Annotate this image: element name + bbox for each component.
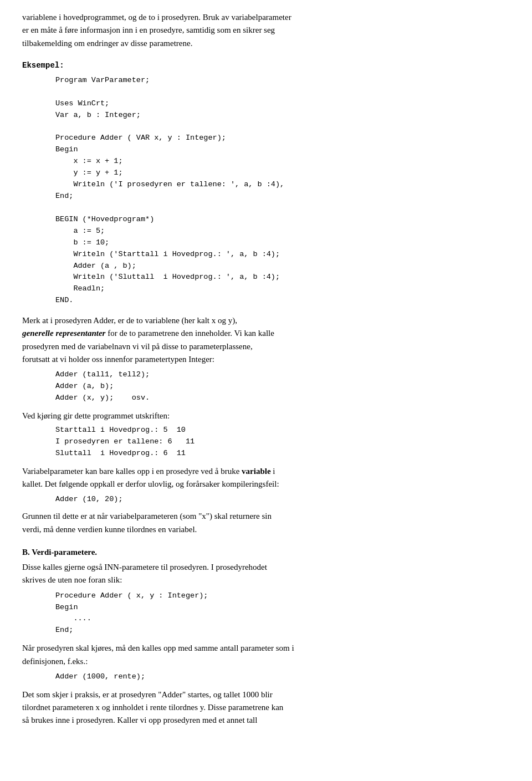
page-content: variablene i hovedprogrammet, og de to i… [22, 11, 510, 727]
para4-line2: verdi, må denne verdien kunne tilordnes … [22, 525, 197, 534]
para2-text: Ved kjøring gir dette programmet utskrif… [22, 411, 170, 420]
paragraph-2: Ved kjøring gir dette programmet utskrif… [22, 410, 510, 422]
para6-line3: så brukes inne i prosedyren. Kaller vi o… [22, 716, 257, 724]
code-adder-examples: Adder (tall1, tell2); Adder (a, b); Adde… [55, 369, 510, 404]
para3-text2: i [271, 467, 275, 476]
section-b-label: B. Verdi-parametere. [22, 548, 97, 557]
paragraph-1: Merk at i prosedyren Adder, er de to var… [22, 314, 510, 366]
para5-line1: Når prosedyren skal kjøres, må den kalle… [22, 644, 294, 652]
code-verdi: Procedure Adder ( x, y : Integer); Begin… [55, 590, 510, 637]
para6-line1: Det som skjer i praksis, er at prosedyre… [22, 690, 273, 699]
paragraph-5: Når prosedyren skal kjøres, må den kalle… [22, 642, 510, 668]
paragraph-6: Det som skjer i praksis, er at prosedyre… [22, 688, 510, 727]
intro-text-line3: tilbakemelding om endringer av disse par… [22, 39, 192, 48]
para4-line1: Grunnen til dette er at når variabelpara… [22, 512, 272, 520]
code-illegal: Adder (10, 20); [55, 494, 510, 506]
intro-text-line1: variablene i hovedprogrammet, og de to i… [22, 13, 291, 22]
para1-line2: prosedyren med de variabelnavn vi vil på… [22, 342, 253, 351]
para6-line2: tilordnet parameteren x og innholdet i r… [22, 703, 283, 712]
intro-paragraph: variablene i hovedprogrammet, og de to i… [22, 11, 510, 50]
para3-text1: Variabelparameter kan bare kalles opp i … [22, 467, 242, 476]
para1-text1: Merk at i prosedyren Adder, er de to var… [22, 316, 237, 325]
code-output: Starttall i Hovedprog.: 5 10 I prosedyre… [55, 425, 510, 460]
code-adder1000: Adder (1000, rente); [55, 671, 510, 683]
section-b-heading: B. Verdi-parametere. [22, 546, 510, 559]
intro-text-line2: er en måte å føre informasjon inn i en p… [22, 25, 275, 34]
para1-line3: forutsatt at vi holder oss innenfor para… [22, 355, 214, 364]
section-b-description: Disse kalles gjerne også INN-parametere … [22, 561, 510, 587]
paragraph-4: Grunnen til dette er at når variabelpara… [22, 510, 510, 536]
section-b-desc1: Disse kalles gjerne også INN-parametere … [22, 563, 267, 571]
para3-line2: kallet. Det følgende oppkall er derfor u… [22, 479, 279, 488]
section-b-desc2: skrives de uten noe foran slik: [22, 575, 122, 584]
para5-line2: definisjonen, f.eks.: [22, 657, 88, 666]
code-block-main: Program VarParameter; Uses WinCrt; Var a… [55, 75, 510, 307]
blank-spacer [22, 536, 510, 546]
para3-bold: variable [242, 467, 271, 476]
para1-text2: for de to parametrene den inneholder. Vi… [105, 329, 274, 338]
paragraph-3: Variabelparameter kan bare kalles opp i … [22, 465, 510, 491]
example-label: Eksempel: [22, 60, 510, 72]
para1-bold: generelle representanter [22, 329, 105, 338]
